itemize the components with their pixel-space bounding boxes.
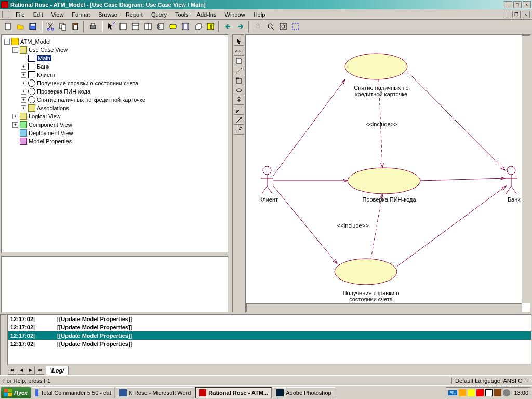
collapse-icon[interactable]: − — [12, 47, 18, 53]
log-grip[interactable] — [0, 314, 7, 375]
tree-client[interactable]: +Клиент — [4, 71, 225, 79]
tree-uc3[interactable]: +Снятие наличных по кредитной карточке — [4, 96, 225, 104]
tree-use-case-view[interactable]: −Use Case View — [4, 46, 225, 54]
browse-deploy-button[interactable] — [192, 21, 204, 32]
anchor-tool[interactable] — [234, 66, 244, 75]
start-button[interactable]: Пуск — [1, 387, 31, 398]
expand-icon[interactable]: + — [21, 105, 26, 111]
taskbar-item[interactable]: Total Commander 5.50 - cat — [32, 387, 115, 398]
expand-icon[interactable]: + — [21, 89, 26, 95]
expand-icon[interactable]: + — [21, 97, 26, 103]
usecase-top-shape[interactable] — [345, 54, 407, 79]
include-bot-mid[interactable] — [371, 194, 382, 259]
collapse-icon[interactable]: − — [4, 39, 10, 45]
mdi-restore-button[interactable]: ❐ — [512, 11, 521, 18]
log-nav-last[interactable]: ⏭ — [36, 366, 44, 375]
browse-comp-button[interactable] — [155, 21, 166, 32]
assoc-mid-bank[interactable] — [420, 178, 505, 181]
zoom-out-button[interactable] — [265, 21, 276, 32]
vertical-scrollbar[interactable] — [522, 35, 530, 303]
dependency-tool[interactable] — [234, 115, 244, 125]
expand-icon[interactable]: + — [12, 114, 18, 119]
tree-uc2[interactable]: +Проверка ПИН-кода — [4, 87, 225, 96]
tray-icon[interactable] — [476, 389, 484, 396]
zoom-fit-button[interactable] — [277, 21, 289, 32]
expand-icon[interactable]: + — [12, 122, 18, 128]
menu-view[interactable]: View — [47, 10, 68, 19]
tree-model-properties[interactable]: Model Properties — [4, 137, 225, 145]
browse-class-button[interactable] — [130, 21, 141, 32]
taskbar-item[interactable]: K Rose - Microsoft Word — [116, 387, 195, 398]
zoom-sel-button[interactable] — [290, 21, 301, 32]
menu-query[interactable]: Query — [147, 10, 171, 19]
cut-button[interactable] — [45, 21, 56, 32]
diagram-canvas[interactable]: Клиент Банк Снятие наличных по кредитной… — [245, 34, 531, 313]
taskbar-item[interactable]: Rational Rose - ATM... — [195, 387, 272, 398]
menu-browse[interactable]: Browse — [94, 10, 122, 19]
menu-report[interactable]: Report — [122, 10, 147, 19]
back-button[interactable] — [222, 21, 234, 32]
browse-state-button[interactable] — [167, 21, 179, 32]
actor-bank[interactable] — [505, 166, 517, 194]
forward-button[interactable] — [235, 21, 246, 32]
menu-tools[interactable]: Tools — [171, 10, 193, 19]
menu-format[interactable]: Format — [68, 10, 94, 19]
note-tool[interactable] — [234, 56, 244, 65]
tree-logical-view[interactable]: +Logical View — [4, 112, 225, 121]
clock-icon[interactable] — [503, 389, 510, 396]
actor-tool[interactable] — [234, 96, 244, 105]
tree-component-view[interactable]: +Component View — [4, 121, 225, 129]
help-cursor-button[interactable]: ? — [105, 21, 116, 32]
expand-icon[interactable]: + — [21, 72, 26, 78]
maximize-button[interactable]: □ — [513, 1, 522, 8]
save-button[interactable] — [27, 21, 38, 32]
view-doc-button[interactable] — [117, 21, 129, 32]
log-row[interactable]: 12:17:02|[[Update Model Properties]] — [8, 315, 531, 323]
menu-file[interactable]: File — [11, 10, 29, 19]
print-button[interactable] — [87, 21, 99, 32]
log-nav-first[interactable]: ⏮ — [8, 366, 16, 375]
new-button[interactable] — [2, 21, 14, 32]
usecase-mid[interactable] — [348, 168, 420, 194]
tree-deployment-view[interactable]: Deployment View — [4, 129, 225, 137]
package-tool[interactable] — [234, 76, 244, 85]
assoc-client-bot[interactable] — [273, 186, 337, 264]
menu-help[interactable]: Help — [249, 10, 270, 19]
tray-icon[interactable] — [459, 389, 466, 396]
open-button[interactable] — [15, 21, 26, 32]
mdi-close-button[interactable]: × — [522, 11, 530, 18]
association-tool[interactable] — [234, 105, 244, 115]
zoom-in-button[interactable]: + — [252, 21, 264, 32]
tree-bank[interactable]: +Банк — [4, 62, 225, 71]
browse-parent-button[interactable]: ⇧ — [205, 21, 216, 32]
menu-edit[interactable]: Edit — [29, 10, 47, 19]
tray-icon[interactable] — [485, 389, 493, 396]
expand-icon[interactable]: + — [21, 64, 26, 70]
log-row[interactable]: 12:17:02|[[Update Model Properties]] — [8, 323, 531, 331]
menu-addins[interactable]: Add-Ins — [193, 10, 221, 19]
minimize-button[interactable]: _ — [504, 1, 512, 8]
menu-window[interactable]: Window — [221, 10, 249, 19]
actor-client[interactable] — [261, 166, 273, 194]
log-row[interactable]: 12:17:02|[[Update Model Properties]] — [8, 331, 531, 340]
close-button[interactable]: × — [523, 1, 531, 8]
horizontal-scrollbar[interactable] — [246, 303, 522, 312]
tree-main[interactable]: Main — [4, 54, 225, 62]
expand-icon[interactable]: + — [21, 81, 26, 86]
browse-interact-button[interactable] — [180, 21, 191, 32]
text-tool[interactable]: ABC — [234, 46, 244, 56]
language-indicator[interactable]: RU — [448, 390, 457, 395]
log-row[interactable]: 12:17:02|[[Update Model Properties]] — [8, 340, 531, 348]
tray-icon[interactable] — [468, 389, 475, 396]
log-tab[interactable]: \Log/ — [46, 366, 69, 375]
generalization-tool[interactable] — [234, 125, 244, 135]
log-nav-next[interactable]: ▶ — [26, 366, 35, 375]
tray-icon[interactable] — [494, 389, 501, 396]
model-tree[interactable]: −ATM_Model −Use Case View Main +Банк +Кл… — [1, 34, 229, 254]
paste-button[interactable] — [70, 21, 81, 32]
taskbar-clock[interactable]: 13:00 — [514, 390, 528, 396]
pointer-tool[interactable] — [234, 36, 244, 46]
documentation-pane[interactable] — [1, 256, 229, 313]
usecase-tool[interactable] — [234, 86, 244, 95]
usecase-bot-shape[interactable] — [335, 259, 397, 285]
